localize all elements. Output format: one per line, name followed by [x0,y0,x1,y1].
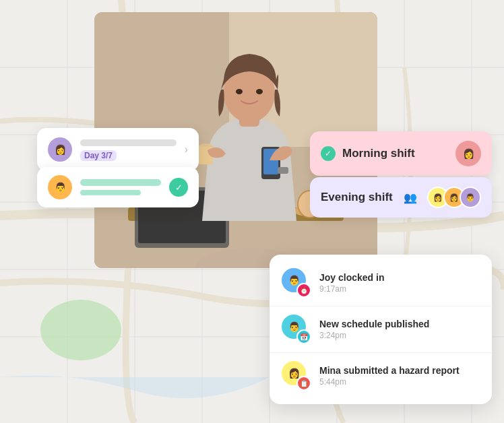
notif-text-3: Mina submitted a hazard report 5:44pm [319,365,480,387]
svg-point-24 [236,89,243,94]
day-card-progress-bar [80,139,177,146]
person-card-avatar: 👨 [48,175,72,199]
notification-panel: 👨 ⏰ Joy clocked in 9:17am 👨 📅 New schedu… [270,255,492,404]
day-card-label: Day 3/7 [80,150,177,160]
person-card-bars [80,179,161,195]
morning-check-icon: ✓ [321,146,336,161]
morning-shift-avatar: 👩 [455,141,481,166]
person-card[interactable]: 👨 ✓ [37,167,199,207]
notif-time-2: 3:24pm [319,331,480,340]
notif-avatar-wrap-2: 👨 📅 [282,315,311,344]
person-card-bar-1 [80,179,161,186]
notif-time-3: 5:44pm [319,377,480,387]
notif-avatar-wrap-1: 👨 ⏰ [282,268,311,298]
notification-item-2[interactable]: 👨 📅 New schedule published 3:24pm [270,306,492,353]
notification-item-3[interactable]: 👩 📋 Mina submitted a hazard report 5:44p… [270,353,492,399]
day-card-avatar: 👩 [48,137,72,162]
person-card-check-icon: ✓ [169,178,188,197]
notif-badge-1: ⏰ [296,283,311,298]
people-icon: 👥 [404,191,417,204]
notif-title-2: New schedule published [319,319,480,329]
day-card-day-label: Day 3/7 [80,150,117,161]
person-card-bar-2 [80,190,141,195]
notif-title-1: Joy clocked in [319,272,480,283]
notif-text-1: Joy clocked in 9:17am [319,272,480,294]
evening-shift-left: Evening shift 👥 [321,191,417,204]
evening-shift-avatars: 👩 👩 👨 [427,187,481,208]
notif-badge-3: 📋 [296,376,311,391]
evening-shift-label: Evening shift [321,191,393,204]
notification-item-1[interactable]: 👨 ⏰ Joy clocked in 9:17am [270,260,492,306]
notif-badge-2: 📅 [296,329,311,344]
notif-text-2: New schedule published 3:24pm [319,319,480,340]
morning-shift-left: ✓ Morning shift [321,146,415,161]
notif-time-1: 9:17am [319,284,480,294]
notif-avatar-wrap-3: 👩 📋 [282,361,311,391]
morning-shift-label: Morning shift [342,147,415,160]
chevron-right-icon: › [185,143,188,156]
svg-point-25 [256,89,263,94]
day-card[interactable]: 👩 Day 3/7 › [37,128,199,171]
svg-rect-30 [278,167,288,174]
morning-shift-card[interactable]: ✓ Morning shift 👩 [310,131,492,176]
notif-title-3: Mina submitted a hazard report [319,365,480,376]
svg-point-13 [40,300,121,360]
evening-shift-card[interactable]: Evening shift 👥 👩 👩 👨 [310,177,492,218]
day-card-content: Day 3/7 [80,139,177,160]
evening-avatar-3: 👨 [460,187,481,208]
